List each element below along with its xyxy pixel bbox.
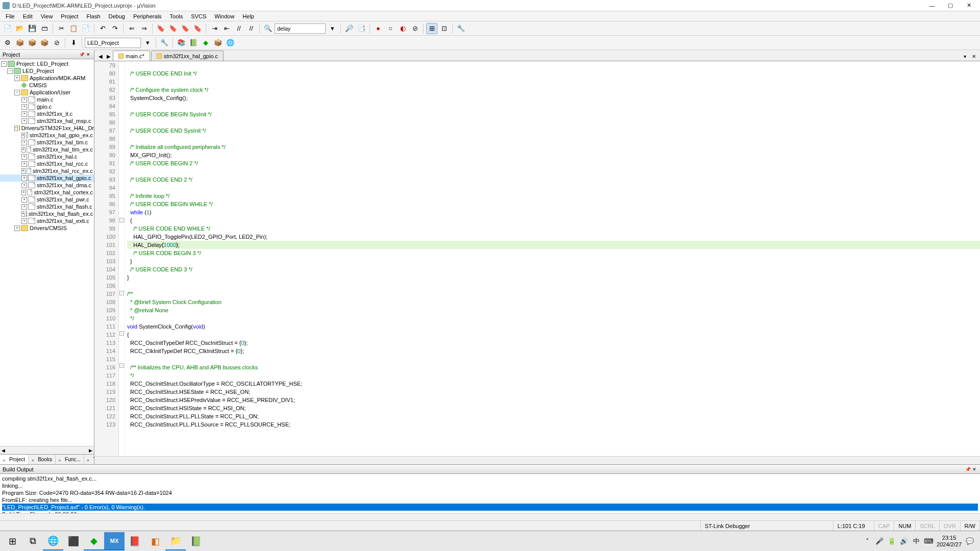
panel-pin-icon[interactable]: 📌 bbox=[79, 52, 85, 58]
cut-button[interactable]: ✂ bbox=[56, 23, 67, 34]
tree-hscroll[interactable]: ◀ ▶ bbox=[0, 446, 94, 454]
tree-item[interactable]: +stm32f1xx_hal_tim.c bbox=[0, 139, 94, 146]
paste-button[interactable]: 📄 bbox=[80, 23, 91, 34]
expand-icon[interactable]: + bbox=[14, 76, 20, 81]
outdent-button[interactable]: ⇤ bbox=[221, 23, 232, 34]
tray-ime-icon[interactable]: 中 bbox=[912, 537, 920, 545]
find-icon[interactable]: 🔍 bbox=[262, 23, 274, 34]
tray-input-icon[interactable]: ⌨ bbox=[924, 537, 933, 545]
find-dropdown-icon[interactable]: ▾ bbox=[327, 23, 338, 34]
taskbar-explorer-icon[interactable]: 📁 bbox=[165, 532, 186, 550]
tray-battery-icon[interactable]: 🔋 bbox=[888, 537, 896, 545]
rebuild-button[interactable]: 📦 bbox=[27, 37, 38, 48]
bookmark-clear-button[interactable]: 🔖 bbox=[192, 23, 203, 34]
bookmark-button[interactable]: 🔖 bbox=[155, 23, 166, 34]
configure-button[interactable]: 🔧 bbox=[455, 23, 467, 34]
tree-item[interactable]: +stm32f1xx_hal_pwr.c bbox=[0, 196, 94, 203]
download-button[interactable]: ⬇ bbox=[68, 37, 79, 48]
manage2-button[interactable]: 📗 bbox=[188, 37, 199, 48]
window-button[interactable]: ⊡ bbox=[438, 23, 450, 34]
tray-notifications-icon[interactable]: 💬 bbox=[966, 537, 974, 545]
expand-icon[interactable]: + bbox=[21, 197, 27, 203]
tab-nav-left-icon[interactable]: ◀ bbox=[96, 52, 105, 61]
editor-tab[interactable]: main.c* bbox=[113, 51, 150, 61]
expand-icon[interactable]: + bbox=[21, 190, 26, 195]
expand-icon[interactable]: + bbox=[21, 133, 25, 138]
build-button[interactable]: 📦 bbox=[14, 37, 26, 48]
panel-tab-books[interactable]: ▫Books bbox=[29, 455, 56, 464]
tree-item[interactable]: +stm32f1xx_hal_flash_ex.c bbox=[0, 210, 94, 217]
tree-item[interactable]: −Application/User bbox=[0, 89, 94, 96]
target-options-button[interactable]: 🔧 bbox=[159, 37, 170, 48]
save-button[interactable]: 💾 bbox=[27, 23, 38, 34]
undo-button[interactable]: ↶ bbox=[97, 23, 108, 34]
redo-button[interactable]: ↷ bbox=[109, 23, 120, 34]
taskbar-word-icon[interactable]: 📗 bbox=[186, 532, 206, 550]
comment-button[interactable]: // bbox=[233, 23, 244, 34]
manage5-button[interactable]: 🌐 bbox=[225, 37, 236, 48]
expand-icon[interactable]: − bbox=[1, 61, 7, 67]
expand-icon[interactable]: + bbox=[21, 104, 27, 110]
tree-item[interactable]: +stm32f1xx_hal_rcc_ex.c bbox=[0, 167, 94, 174]
tree-item[interactable]: +stm32f1xx_hal_exti.c bbox=[0, 217, 94, 224]
panel-close-icon[interactable]: ✕ bbox=[85, 52, 91, 58]
menu-help[interactable]: Help bbox=[238, 12, 258, 20]
stop-build-button[interactable]: ⊘ bbox=[51, 37, 62, 48]
minimize-button[interactable]: — bbox=[923, 1, 941, 10]
nav-back-button[interactable]: ⇐ bbox=[126, 23, 137, 34]
taskbar-edge-icon[interactable]: 🌐 bbox=[43, 532, 63, 550]
menu-debug[interactable]: Debug bbox=[105, 12, 129, 20]
expand-icon[interactable]: + bbox=[21, 140, 27, 145]
debug-start-button[interactable]: ● bbox=[373, 23, 384, 34]
editor-hscroll[interactable] bbox=[94, 456, 980, 464]
expand-icon[interactable]: − bbox=[14, 90, 20, 95]
project-tree[interactable]: −Project: LED_Project−LED_Project+Applic… bbox=[0, 59, 94, 446]
menu-file[interactable]: File bbox=[2, 12, 19, 20]
tree-item[interactable]: −Drivers/STM32F1xx_HAL_Driver bbox=[0, 124, 94, 132]
expand-icon[interactable]: + bbox=[21, 154, 27, 160]
manage-button[interactable]: 📚 bbox=[176, 37, 187, 48]
taskbar-app2-icon[interactable]: ◆ bbox=[84, 532, 104, 550]
find-in-files-button[interactable]: 📑 bbox=[356, 23, 367, 34]
manage4-button[interactable]: 📦 bbox=[212, 37, 224, 48]
tree-item[interactable]: +stm32f1xx_hal.c bbox=[0, 153, 94, 160]
uncomment-button[interactable]: // bbox=[246, 23, 257, 34]
saveall-button[interactable]: 🗃 bbox=[39, 23, 50, 34]
tree-item[interactable]: +Drivers/CMSIS bbox=[0, 224, 94, 232]
expand-icon[interactable]: + bbox=[21, 204, 27, 210]
start-button[interactable]: ⊞ bbox=[2, 532, 22, 550]
manage3-button[interactable]: ◆ bbox=[200, 37, 211, 48]
expand-icon[interactable]: − bbox=[7, 68, 13, 74]
tray-chevron-icon[interactable]: ˄ bbox=[863, 537, 871, 545]
tree-item[interactable]: CMSIS bbox=[0, 82, 94, 89]
expand-icon[interactable]: + bbox=[21, 218, 27, 224]
window-split-button[interactable]: ⊞ bbox=[426, 23, 437, 34]
bookmark-next-button[interactable]: 🔖 bbox=[180, 23, 191, 34]
batch-build-button[interactable]: 📦 bbox=[39, 37, 50, 48]
expand-icon[interactable]: + bbox=[21, 147, 26, 153]
menu-peripherals[interactable]: Peripherals bbox=[129, 12, 166, 20]
tree-item[interactable]: +stm32f1xx_hal_msp.c bbox=[0, 117, 94, 124]
tree-item[interactable]: +stm32f1xx_hal_gpio.c bbox=[0, 174, 94, 182]
target-combo[interactable] bbox=[85, 38, 141, 48]
build-pin-icon[interactable]: 📌 bbox=[965, 466, 971, 472]
menu-window[interactable]: Window bbox=[210, 12, 238, 20]
expand-icon[interactable]: + bbox=[21, 176, 27, 181]
tray-volume-icon[interactable]: 🔊 bbox=[900, 537, 908, 545]
copy-button[interactable]: 📋 bbox=[68, 23, 79, 34]
code-editor[interactable]: 7980818283848586878889909192939495969798… bbox=[94, 61, 980, 456]
open-button[interactable]: 📂 bbox=[14, 23, 26, 34]
expand-icon[interactable]: + bbox=[21, 111, 27, 117]
find-combo[interactable] bbox=[275, 23, 326, 34]
taskbar-app1-icon[interactable]: ⬛ bbox=[63, 532, 84, 550]
tree-item[interactable]: +stm32f1xx_it.c bbox=[0, 110, 94, 117]
taskbar-mx-icon[interactable]: MX bbox=[104, 532, 125, 550]
bookmark-prev-button[interactable]: 🔖 bbox=[167, 23, 179, 34]
expand-icon[interactable]: + bbox=[21, 168, 26, 174]
build-close-icon[interactable]: ✕ bbox=[971, 466, 977, 472]
tree-item[interactable]: +stm32f1xx_hal_gpio_ex.c bbox=[0, 132, 94, 139]
expand-icon[interactable]: + bbox=[21, 97, 27, 103]
tree-item[interactable]: +gpio.c bbox=[0, 103, 94, 110]
menu-flash[interactable]: Flash bbox=[83, 12, 105, 20]
expand-icon[interactable]: + bbox=[14, 226, 20, 231]
